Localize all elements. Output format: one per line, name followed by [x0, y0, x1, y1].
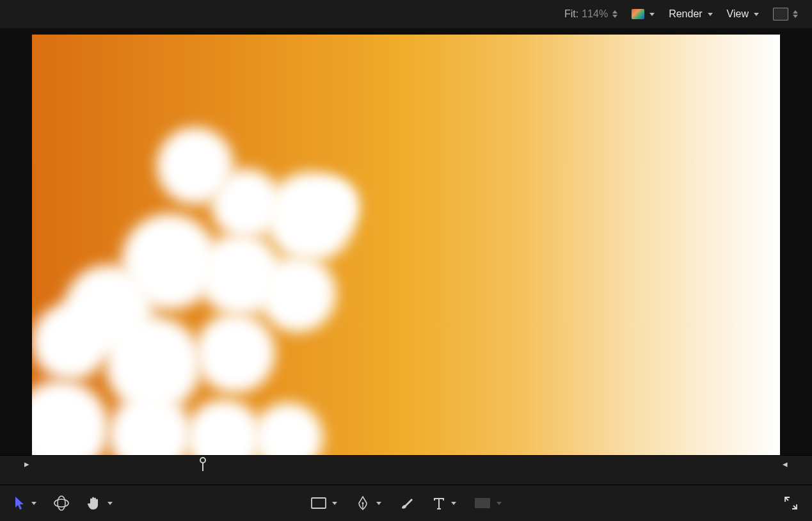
chevron-down-icon	[332, 502, 337, 505]
paint-brush-tool[interactable]	[399, 495, 415, 511]
chevron-down-icon	[754, 13, 759, 16]
orbit-3d-tool[interactable]	[53, 495, 70, 511]
chevron-down-icon	[31, 502, 36, 505]
pen-nib-icon	[355, 495, 370, 511]
chevron-down-icon	[376, 502, 381, 505]
select-tool[interactable]	[14, 496, 36, 510]
viewer-area	[0, 28, 812, 456]
fit-value: 114%	[582, 8, 608, 20]
text-t-icon	[433, 496, 445, 510]
stepper-icon	[793, 10, 798, 18]
render-menu[interactable]: Render	[669, 8, 712, 20]
layout-single-icon	[773, 8, 788, 20]
text-tool[interactable]	[433, 496, 456, 510]
canvas[interactable]	[32, 35, 780, 456]
chevron-down-icon	[708, 13, 713, 16]
color-channels-menu[interactable]	[632, 9, 655, 19]
tool-group-center	[311, 495, 502, 511]
svg-rect-2	[312, 498, 326, 508]
out-point-icon[interactable]: ◂	[783, 458, 788, 470]
rectangle-icon	[311, 497, 326, 509]
svg-point-0	[54, 499, 68, 507]
mask-rect-icon	[474, 497, 491, 509]
stepper-icon	[612, 10, 617, 18]
pen-bezier-tool[interactable]	[355, 495, 381, 511]
brush-icon	[399, 495, 415, 511]
viewer-layout-menu[interactable]	[773, 8, 798, 20]
fit-zoom-control[interactable]: Fit: 114%	[564, 8, 617, 20]
expand-icon	[784, 496, 798, 510]
tool-group-right	[784, 496, 798, 510]
pan-hand-tool[interactable]	[86, 495, 113, 511]
svg-point-1	[58, 496, 65, 510]
svg-rect-5	[475, 498, 490, 508]
playhead-stem-icon	[202, 462, 203, 471]
in-point-icon[interactable]: ▸	[24, 458, 29, 470]
svg-point-4	[362, 502, 363, 504]
chevron-down-icon	[107, 502, 113, 505]
view-label: View	[727, 8, 749, 20]
playhead[interactable]	[200, 457, 206, 471]
fit-label: Fit:	[564, 8, 578, 20]
mini-timeline[interactable]: ▸ ◂	[0, 455, 812, 485]
render-label: Render	[669, 8, 702, 20]
color-channels-icon	[632, 9, 644, 19]
chevron-down-icon	[451, 502, 456, 505]
chevron-down-icon	[649, 13, 655, 16]
tool-group-left	[14, 495, 113, 511]
viewer-top-bar: Fit: 114% Render View	[0, 0, 812, 29]
view-menu[interactable]: View	[727, 8, 759, 20]
orbit-icon	[53, 495, 70, 511]
expand-fullscreen-button[interactable]	[784, 496, 798, 510]
arrow-cursor-icon	[14, 496, 26, 510]
mask-tool[interactable]	[474, 497, 502, 509]
hand-icon	[86, 495, 102, 511]
mini-timeline-track[interactable]: ▸ ◂	[24, 456, 788, 485]
tool-bar	[0, 485, 812, 521]
chevron-down-icon	[497, 502, 502, 505]
rectangle-shape-tool[interactable]	[311, 497, 337, 509]
